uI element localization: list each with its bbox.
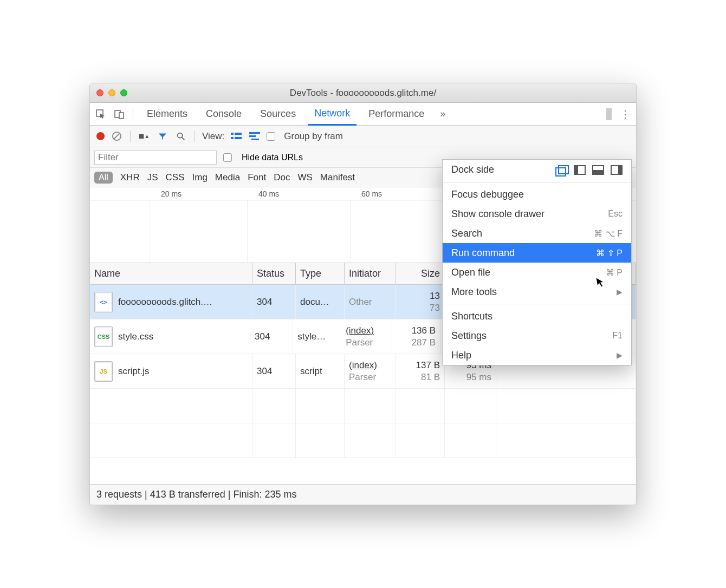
divider — [195, 130, 195, 142]
status-bar: 3 requests | 413 B transferred | Finish:… — [90, 484, 636, 505]
css-icon: CSS — [94, 326, 113, 347]
menu-help[interactable]: Help▶ — [443, 345, 631, 365]
window-title: DevTools - fooooooooods.glitch.me/ — [90, 88, 636, 99]
type-js[interactable]: JS — [147, 172, 158, 183]
tab-elements[interactable]: Elements — [140, 103, 194, 125]
record-icon[interactable] — [96, 132, 105, 140]
type-xhr[interactable]: XHR — [120, 172, 140, 183]
col-type[interactable]: Type — [296, 263, 345, 284]
kebab-menu-icon[interactable]: ⋮ — [619, 108, 632, 121]
svg-rect-7 — [231, 133, 234, 135]
tab-console[interactable]: Console — [199, 103, 248, 125]
document-icon: <> — [94, 292, 113, 312]
dock-undock-icon[interactable] — [555, 165, 567, 175]
svg-rect-8 — [235, 133, 242, 135]
overview-icon[interactable] — [248, 130, 261, 143]
search-icon[interactable] — [174, 130, 187, 143]
devtools-window: DevTools - fooooooooods.glitch.me/ Eleme… — [89, 83, 637, 505]
timeline-tick: 20 ms — [161, 190, 182, 198]
svg-line-6 — [182, 137, 185, 139]
clear-icon[interactable] — [110, 130, 123, 143]
svg-rect-11 — [249, 132, 260, 134]
timeline-tick: 40 ms — [258, 190, 279, 198]
dock-side-label: Dock side — [451, 164, 494, 175]
svg-point-5 — [178, 133, 183, 138]
type-img[interactable]: Img — [192, 172, 208, 183]
group-checkbox[interactable] — [267, 132, 275, 141]
menu-settings[interactable]: SettingsF1 — [443, 326, 631, 345]
type-doc[interactable]: Doc — [274, 172, 290, 183]
type-css[interactable]: CSS — [166, 172, 185, 183]
menu-search[interactable]: Search⌘ ⌥ F — [443, 224, 631, 243]
view-label: View: — [202, 131, 224, 142]
menu-run-command[interactable]: Run command⌘ ⇧ P — [443, 243, 631, 263]
svg-rect-10 — [235, 137, 242, 139]
svg-rect-12 — [249, 135, 256, 137]
svg-rect-2 — [119, 113, 124, 119]
screenshot-icon[interactable]: ■▲ — [138, 130, 151, 143]
inspect-icon[interactable] — [94, 108, 107, 121]
divider — [606, 108, 612, 120]
menu-focus-debuggee[interactable]: Focus debuggee — [443, 185, 631, 204]
large-rows-icon[interactable] — [230, 130, 243, 143]
type-manifest[interactable]: Manifest — [320, 172, 355, 183]
filter-input[interactable] — [94, 151, 217, 165]
menu-shortcuts[interactable]: Shortcuts — [443, 306, 631, 326]
table-row — [90, 389, 636, 423]
col-name[interactable]: Name — [90, 263, 252, 284]
dock-right-icon[interactable] — [611, 165, 623, 175]
device-toggle-icon[interactable] — [113, 108, 126, 121]
menu-separator — [443, 304, 631, 304]
hide-data-urls-label: Hide data URLs — [242, 153, 303, 162]
menu-show-console-drawer[interactable]: Show console drawerEsc — [443, 204, 631, 224]
type-media[interactable]: Media — [215, 172, 240, 183]
network-toolbar: ■▲ View: Group by fram — [90, 126, 636, 147]
dock-left-icon[interactable] — [574, 165, 586, 175]
divider — [130, 130, 131, 142]
main-menu: Dock side Focus debuggee Show console dr… — [442, 159, 632, 365]
more-tabs-icon[interactable]: » — [436, 108, 449, 121]
svg-rect-9 — [231, 137, 234, 139]
timeline-tick: 60 ms — [361, 190, 382, 198]
svg-rect-13 — [251, 139, 259, 140]
type-font[interactable]: Font — [248, 172, 266, 183]
col-initiator[interactable]: Initiator — [345, 263, 396, 284]
col-status[interactable]: Status — [252, 263, 296, 284]
hide-data-urls-checkbox[interactable] — [223, 153, 232, 162]
filter-icon[interactable] — [156, 130, 169, 143]
table-row — [90, 423, 636, 458]
dock-side-row: Dock side — [443, 160, 631, 180]
dock-bottom-icon[interactable] — [592, 165, 604, 175]
divider — [133, 108, 133, 120]
group-label: Group by fram — [284, 131, 343, 142]
tab-sources[interactable]: Sources — [254, 103, 302, 125]
col-size[interactable]: Size — [396, 263, 445, 284]
js-icon: JS — [94, 361, 113, 382]
titlebar: DevTools - fooooooooods.glitch.me/ — [90, 83, 636, 103]
svg-line-4 — [113, 133, 119, 139]
type-ws[interactable]: WS — [297, 172, 312, 183]
menu-separator — [443, 182, 631, 182]
panel-tabs: Elements Console Sources Network Perform… — [90, 103, 636, 126]
type-all[interactable]: All — [94, 172, 113, 184]
tab-network[interactable]: Network — [308, 103, 356, 126]
tab-performance[interactable]: Performance — [362, 103, 431, 125]
